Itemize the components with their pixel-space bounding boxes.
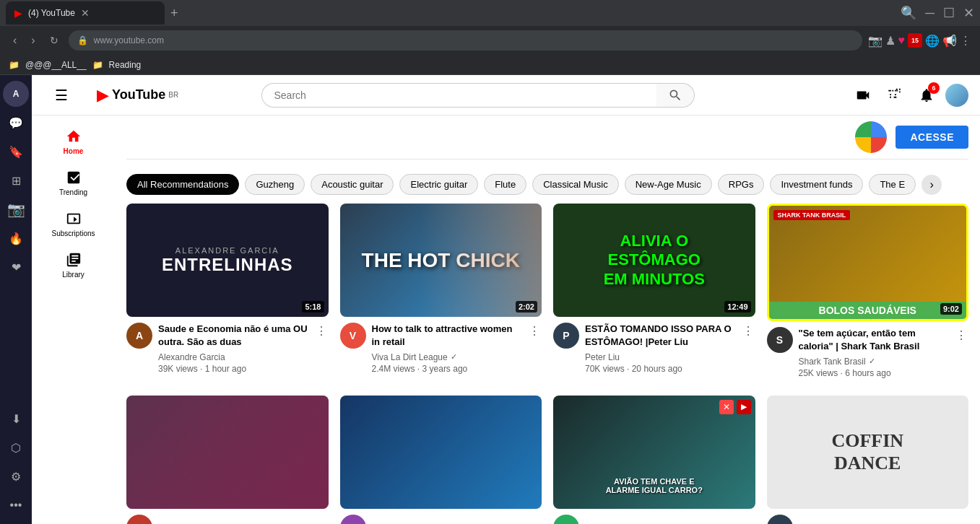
video-menu-4[interactable]: ⋮ (954, 327, 968, 377)
tab-bar: ▶ (4) YouTube ✕ + 🔍 ─ ☐ ✕ (0, 0, 980, 26)
library-icon (66, 252, 82, 268)
notifications-button[interactable]: 6 (914, 82, 940, 108)
video-thumb-6[interactable] (340, 396, 542, 509)
app-icon-profile[interactable]: A (3, 81, 29, 107)
channel-avatar-7[interactable]: A (553, 515, 579, 524)
reload-button[interactable]: ↻ (45, 32, 63, 49)
video-thumb-3[interactable]: ALIVIA OESTÔMAGOEM MINUTOS 12:49 (553, 204, 755, 317)
chip-electric-guitar[interactable]: Electric guitar (399, 174, 478, 195)
video-card-6[interactable]: M (340, 396, 542, 524)
bookmark-reading[interactable]: Reading (109, 60, 142, 70)
filter-chips-bar: All Recommendations Guzheng Acoustic gui… (126, 165, 968, 204)
lock-icon: 🔒 (77, 35, 88, 45)
chip-acoustic-guitar[interactable]: Acoustic guitar (311, 174, 394, 195)
header-actions: 6 (850, 82, 968, 108)
channel-avatar-6[interactable]: M (340, 515, 366, 524)
tab-close-button[interactable]: ✕ (81, 7, 90, 19)
video-card-8[interactable]: COFFINDANCE C (767, 396, 969, 524)
sidebar-item-trending[interactable]: Trending (32, 162, 115, 204)
app-icon-6[interactable]: ⬇ (3, 406, 29, 432)
sidebar-item-subscriptions[interactable]: Subscriptions (32, 204, 115, 245)
video-info-7: A (553, 509, 755, 524)
channel-avatar-1[interactable]: A (126, 323, 152, 349)
chip-all-recommendations[interactable]: All Recommendations (126, 174, 239, 195)
video-camera-button[interactable] (850, 82, 876, 108)
forward-button[interactable]: › (27, 31, 39, 50)
video-card-1[interactable]: ALEXANDRE GARCIA ENTRELINHAS 5:18 A Saud… (126, 204, 329, 384)
video-meta-3: 70K views · 20 hours ago (585, 364, 735, 374)
video-menu-1[interactable]: ⋮ (314, 323, 329, 373)
chip-flute[interactable]: Flute (484, 174, 526, 195)
video-menu-3[interactable]: ⋮ (741, 323, 755, 373)
thumb-overlay-8: COFFINDANCE (767, 396, 969, 509)
video-thumb-4[interactable]: SHARK TANK BRASIL BOLOS SAUDÁVEIS 9:02 (767, 204, 969, 321)
channel-avatar-8[interactable]: C (767, 515, 793, 524)
search-button[interactable] (656, 83, 695, 108)
video-card-5[interactable]: C (126, 396, 329, 524)
chip-guzheng[interactable]: Guzheng (245, 174, 305, 195)
extension-icon-red[interactable]: 15 (908, 33, 922, 48)
search-icon[interactable]: 🔍 (901, 5, 916, 21)
app-icon-4[interactable]: 🔥 (3, 225, 29, 251)
app-icon-1[interactable]: 💬 (3, 110, 29, 136)
menu-dots-button[interactable]: ⋮ (960, 34, 971, 48)
active-tab[interactable]: ▶ (4) YouTube ✕ (6, 1, 165, 25)
chip-classical-music[interactable]: Classical Music (532, 174, 619, 195)
extension-icon-sound[interactable]: 📢 (942, 34, 957, 48)
app-icon-cube[interactable]: ⬡ (3, 435, 29, 460)
apps-grid-button[interactable] (882, 82, 908, 108)
app-icon-more[interactable]: ••• (3, 492, 29, 518)
bookmark-all[interactable]: @@@__ALL__ (25, 60, 87, 70)
bookmark-folder-icon: 📁 (92, 60, 103, 70)
channel-avatar-3[interactable]: P (553, 323, 579, 349)
video-thumb-2[interactable]: THE HOT CHICK 2:02 (340, 204, 542, 317)
search-input[interactable] (261, 83, 656, 108)
channel-avatar-5[interactable]: C (126, 515, 152, 524)
maximize-button[interactable]: ☐ (943, 5, 955, 21)
hamburger-menu-button[interactable]: ☰ (43, 81, 79, 110)
video-thumb-8[interactable]: COFFINDANCE (767, 396, 969, 509)
chip-investment-funds[interactable]: Investment funds (770, 174, 863, 195)
channel-avatar-2[interactable]: V (340, 323, 366, 349)
app-icon-settings[interactable]: ⚙ (3, 463, 29, 489)
video-title-2: How to talk to attractive women in retai… (372, 323, 522, 349)
extension-icon-1[interactable]: ♟ (885, 34, 896, 48)
video-details-2: How to talk to attractive women in retai… (372, 323, 522, 373)
channel-avatar-4[interactable]: S (767, 327, 793, 353)
chip-new-age-music[interactable]: New-Age Music (625, 174, 712, 195)
video-info-5: C (126, 509, 329, 524)
youtube-logo[interactable]: ▶ YouTube BR (97, 86, 178, 105)
chip-rpgs[interactable]: RPGs (718, 174, 765, 195)
video-meta-2: 2.4M views · 3 years ago (372, 364, 522, 374)
acesse-button[interactable]: ACESSE (896, 126, 968, 149)
video-details-8 (799, 515, 969, 524)
video-thumb-5[interactable] (126, 396, 329, 509)
heart-icon[interactable]: ♥ (898, 34, 906, 47)
app-icon-instagram[interactable]: 📷 (3, 196, 29, 222)
chips-scroll-right[interactable]: › (922, 175, 942, 195)
extension-icon-chrome[interactable]: 🌐 (925, 34, 940, 48)
video-thumb-7[interactable]: ✕ ▶ AVIÃO TEM CHAVE EALARME IGUAL CARRO? (553, 396, 755, 509)
video-card-7[interactable]: ✕ ▶ AVIÃO TEM CHAVE EALARME IGUAL CARRO?… (553, 396, 755, 524)
sidebar-item-home[interactable]: Home (32, 121, 115, 162)
new-tab-button[interactable]: + (168, 3, 181, 24)
minimize-button[interactable]: ─ (925, 6, 935, 21)
video-thumb-1[interactable]: ALEXANDRE GARCIA ENTRELINHAS 5:18 (126, 204, 329, 317)
app-icon-5[interactable]: ❤ (3, 254, 29, 280)
app-icon-3[interactable]: ⊞ (3, 167, 29, 193)
back-button[interactable]: ‹ (9, 31, 21, 50)
close-window-button[interactable]: ✕ (963, 5, 974, 21)
chip-the-e[interactable]: The E (869, 174, 916, 195)
address-bar[interactable]: 🔒 www.youtube.com (69, 30, 862, 51)
video-details-1: Saude e Economia não é uma OU outra. São… (158, 323, 308, 373)
sidebar-item-library[interactable]: Library (32, 245, 115, 286)
app-sidebar: A 💬 🔖 ⊞ 📷 🔥 ❤ ⬇ ⬡ ⚙ ••• (0, 75, 32, 524)
screenshot-icon[interactable]: 📷 (868, 34, 883, 48)
thumb-person-overlay (420, 204, 542, 317)
user-avatar[interactable] (945, 84, 968, 107)
video-card-4[interactable]: SHARK TANK BRASIL BOLOS SAUDÁVEIS 9:02 S… (767, 204, 969, 384)
video-card-3[interactable]: ALIVIA OESTÔMAGOEM MINUTOS 12:49 P ESTÃO… (553, 204, 755, 384)
app-icon-2[interactable]: 🔖 (3, 139, 29, 165)
video-menu-2[interactable]: ⋮ (527, 323, 542, 373)
video-card-2[interactable]: THE HOT CHICK 2:02 V How to talk to attr… (340, 204, 542, 384)
